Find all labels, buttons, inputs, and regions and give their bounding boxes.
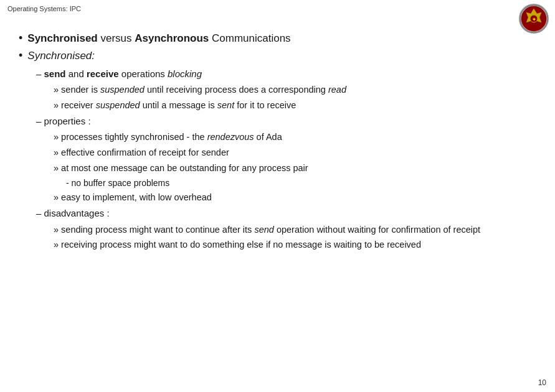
svg-text:✦: ✦ xyxy=(532,17,536,22)
sub-4: » effective confirmation of receipt for … xyxy=(54,146,543,160)
sub-1: » sender is suspended until receiving pr… xyxy=(54,83,543,97)
sub-7-send: send xyxy=(254,225,273,235)
sub-1-suffix: until receiving process does a correspon… xyxy=(145,85,328,95)
page-number: 10 xyxy=(538,378,546,387)
sub-2-suspended: suspended xyxy=(96,100,140,110)
slide-header: Operating Systems: IPC xyxy=(7,5,81,12)
sub-3-rendezvous: rendezvous xyxy=(207,132,254,142)
sub-7: » sending process might want to continue… xyxy=(54,223,543,237)
dash-3-text: – disadvantages : xyxy=(36,208,110,218)
sub-sub-1-text: - no buffer space problems xyxy=(66,178,169,188)
bullet-1-dot: • xyxy=(19,31,22,45)
bullet-2-dot: • xyxy=(19,49,22,63)
dash-1-send: send xyxy=(44,68,66,79)
sub-sub-1: - no buffer space problems xyxy=(66,177,543,190)
sub-2-prefix: » receiver xyxy=(54,100,96,110)
slide-content: • Synchronised versus Asynchronous Commu… xyxy=(19,31,543,373)
dash-3: – disadvantages : xyxy=(36,207,543,221)
dash-1-receive: receive xyxy=(87,68,119,79)
sub-3-prefix: » processes tightly synchronised - the xyxy=(54,132,207,142)
sub-6-text: » easy to implement, with low overhead xyxy=(54,192,212,202)
bullet-1-versus: versus xyxy=(98,32,135,44)
bullet-1: • Synchronised versus Asynchronous Commu… xyxy=(19,31,543,46)
dash-1-blocking: blocking xyxy=(168,68,202,79)
dash-1-and: and xyxy=(66,68,87,79)
bullet-1-synchronised: Synchronised xyxy=(27,32,97,44)
sub-5-text: » at most one message can be outstanding… xyxy=(54,163,308,173)
bullet-2-text: Synchronised: xyxy=(27,49,95,63)
sub-6: » easy to implement, with low overhead xyxy=(54,191,543,205)
bullet-2: • Synchronised: xyxy=(19,49,543,63)
bullet-1-text: Synchronised versus Asynchronous Communi… xyxy=(27,31,290,46)
sub-8-text: » receiving process might want to do som… xyxy=(54,240,421,250)
sub-7-suffix: operation without waiting for confirmati… xyxy=(274,225,480,235)
sub-2: » receiver suspended until a message is … xyxy=(54,99,543,113)
dash-1-ops: operations xyxy=(119,68,168,79)
sub-1-prefix: » sender is xyxy=(54,85,100,95)
bullet-1-asynchronous: Asynchronous xyxy=(135,32,209,44)
sub-1-read: read xyxy=(328,85,346,95)
sub-2-suffix2: for it to receive xyxy=(234,100,296,110)
university-logo: ✦ xyxy=(519,4,549,34)
sub-8: » receiving process might want to do som… xyxy=(54,238,543,252)
dash-1: – send and receive operations blocking xyxy=(36,67,543,82)
bullet-2-label: Synchronised: xyxy=(27,50,95,62)
sub-2-suffix: until a message is xyxy=(140,100,217,110)
sub-3-suffix: of Ada xyxy=(254,132,282,142)
sub-2-sent: sent xyxy=(217,100,234,110)
sub-1-suspended: suspended xyxy=(100,85,145,95)
bullet-1-comms: Communications xyxy=(209,32,290,44)
header-title: Operating Systems: IPC xyxy=(7,5,81,12)
sub-3: » processes tightly synchronised - the r… xyxy=(54,131,543,144)
sub-4-text: » effective confirmation of receipt for … xyxy=(54,147,229,157)
sub-5: » at most one message can be outstanding… xyxy=(54,162,543,175)
dash-2-text: – properties : xyxy=(36,116,91,126)
sub-7-prefix: » sending process might want to continue… xyxy=(54,225,254,235)
dash-1-prefix: – xyxy=(36,68,44,79)
dash-2: – properties : xyxy=(36,114,543,129)
